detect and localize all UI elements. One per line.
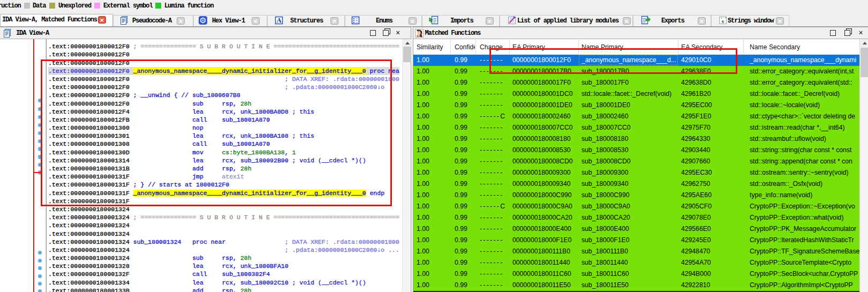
- svg-text:s: s: [722, 18, 724, 24]
- svg-text:64: 64: [417, 34, 421, 38]
- svg-text:’: ’: [725, 17, 727, 21]
- svg-text:A: A: [277, 17, 282, 24]
